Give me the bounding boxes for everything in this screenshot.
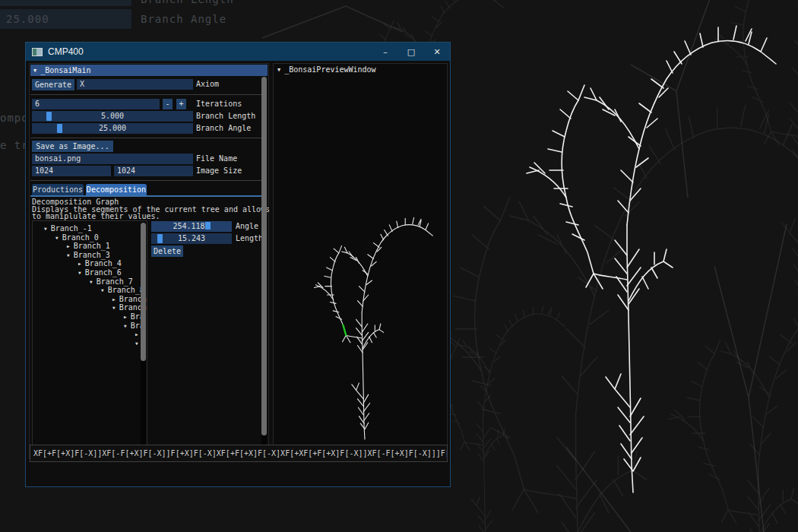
- tree-node[interactable]: ▼Branch_8: [101, 286, 144, 295]
- tree-expand-arrow-icon[interactable]: ▼: [101, 286, 104, 295]
- tree-scrollbar-grab[interactable]: [141, 223, 146, 361]
- angle-label: Angle: [236, 221, 258, 232]
- separator: [30, 180, 263, 181]
- tree-node-label: Branch_7: [97, 277, 133, 286]
- selected-branch-highlight[interactable]: [344, 325, 347, 335]
- large-bonsai-tree: [527, 26, 776, 492]
- separator: [30, 138, 263, 138]
- tree-node-label: Branch_8: [108, 286, 144, 294]
- text-cursor: [205, 222, 211, 230]
- bonsai-preview-panel: ▼_BonsaiPreviewWindow: [273, 63, 448, 459]
- tree-collapse-arrow-icon[interactable]: ▶: [124, 312, 127, 321]
- collapse-arrow-icon: ▼: [33, 65, 36, 77]
- close-button[interactable]: ✕: [424, 43, 450, 61]
- tree-expand-arrow-icon[interactable]: ▼: [55, 233, 59, 242]
- generate-button[interactable]: Generate: [32, 79, 74, 90]
- dim-bg-label-branch-angle: Branch Angle: [141, 13, 226, 25]
- length-slider[interactable]: 15.243: [151, 233, 232, 244]
- tree-node-label: Branch_0: [62, 233, 99, 242]
- tree-expand-arrow-icon[interactable]: ▼: [78, 268, 81, 277]
- iterations-input[interactable]: 6: [32, 99, 160, 109]
- tree-collapse-arrow-icon[interactable]: ▶: [67, 242, 70, 251]
- lsystem-string-bar[interactable]: XF[+F[+X]F[-X]]XF[-F[+X]F[-X]]F[+X]F[-X]…: [30, 445, 448, 462]
- angle-value: 254.118: [173, 222, 204, 230]
- tree-expand-arrow-icon[interactable]: ▼: [124, 321, 127, 331]
- image-size-label: Image Size: [196, 166, 242, 176]
- tree-collapse-arrow-icon[interactable]: ▶: [112, 295, 116, 304]
- iterations-decrement-button[interactable]: -: [163, 99, 173, 109]
- tree-expand-arrow-icon[interactable]: ▼: [112, 303, 116, 312]
- tree-node-label: Branch_4: [85, 259, 122, 268]
- branch-tree-view[interactable]: ▼Branch_-1▼Branch_0▶Branch_1▼Branch_3▶Br…: [32, 220, 147, 458]
- window-title: CMP400: [48, 46, 84, 57]
- branch-length-value: 5.000: [101, 112, 124, 120]
- axiom-label: Axiom: [196, 79, 219, 90]
- branch-angle-label: Branch Angle: [196, 123, 251, 134]
- maximize-button[interactable]: □: [398, 43, 424, 61]
- preview-tree-canvas[interactable]: [274, 64, 447, 458]
- tree-expand-arrow-icon[interactable]: ▼: [90, 277, 93, 287]
- file-name-label: File Name: [196, 154, 237, 164]
- axiom-input[interactable]: X: [77, 79, 193, 90]
- tab-productions[interactable]: Productions: [32, 184, 84, 195]
- tree-node-label: Branch_-1: [51, 224, 92, 233]
- delete-branch-button[interactable]: Delete: [151, 245, 183, 257]
- tree-scrollbar[interactable]: [141, 222, 146, 456]
- tree-collapse-arrow-icon[interactable]: ▶: [78, 259, 81, 268]
- description-line-3: to maniplulate their values.: [32, 213, 297, 220]
- branch-angle-slider-grab[interactable]: [57, 124, 62, 133]
- bonsai-main-header[interactable]: ▼_BonsaiMain: [30, 65, 268, 76]
- tab-decomposition[interactable]: Decomposition: [86, 184, 147, 195]
- main-panel-scrollbar[interactable]: [261, 77, 267, 451]
- tree-node-label: Branch_3: [74, 251, 110, 259]
- file-name-input[interactable]: bonsai.png: [32, 154, 193, 164]
- branch-length-slider-grab[interactable]: [46, 112, 52, 121]
- tree-node[interactable]: ▼Branch_7: [90, 277, 133, 287]
- dim-bg-angle-value: 25.000: [6, 13, 49, 25]
- app-window: CMP400 – □ ✕ ▼_BonsaiMain Generate X Axi…: [25, 42, 451, 487]
- length-slider-grab[interactable]: [157, 234, 163, 243]
- branch-length-slider[interactable]: 5.000: [32, 111, 193, 122]
- branch-angle-value: 25.000: [99, 124, 126, 132]
- length-value: 15.243: [178, 234, 205, 242]
- dim-bg-label-branch-length: Branch Length: [141, 0, 234, 5]
- tree-expand-arrow-icon[interactable]: ▼: [44, 224, 47, 233]
- tree-expand-arrow-icon[interactable]: ▼: [135, 339, 138, 348]
- window-titlebar[interactable]: CMP400 – □ ✕: [26, 43, 450, 61]
- tree-node[interactable]: ▼Branch_3: [67, 251, 110, 260]
- tab-underline: [30, 195, 263, 197]
- save-as-image-button[interactable]: Save as Image...: [32, 141, 113, 152]
- branch-length-label: Branch Length: [196, 111, 255, 122]
- iterations-increment-button[interactable]: +: [176, 99, 186, 109]
- tree-node[interactable]: ▼Branch_-1: [44, 224, 92, 233]
- bonsai-main-header-label: _BonsaiMain: [40, 66, 90, 74]
- iterations-label: Iterations: [196, 99, 242, 109]
- minimize-button[interactable]: –: [372, 43, 398, 61]
- tree-node[interactable]: ▶Branch_1: [67, 242, 110, 251]
- tree-node[interactable]: ▼Branch_6: [78, 268, 122, 277]
- dim-bg-angle-field: 25.000: [0, 9, 131, 29]
- image-width-input[interactable]: 1024: [32, 166, 111, 176]
- angle-input[interactable]: 254.118: [151, 221, 232, 232]
- main-panel-scrollbar-grab[interactable]: [261, 77, 267, 435]
- tree-node-label: Branch_6: [85, 268, 122, 277]
- length-label: Length: [236, 233, 263, 244]
- branch-angle-slider[interactable]: 25.000: [32, 123, 193, 134]
- separator: [30, 94, 263, 95]
- decomposition-description: Decomposition Graph Displays the segment…: [32, 198, 297, 220]
- tree-node[interactable]: ▶Branch_4: [78, 259, 122, 268]
- tree-collapse-arrow-icon[interactable]: ▶: [135, 330, 138, 339]
- tree-node[interactable]: ▼Branch_0: [55, 233, 99, 242]
- tree-node-label: Branch_1: [74, 242, 110, 250]
- app-icon: [32, 48, 43, 56]
- image-height-input[interactable]: 1024: [114, 166, 193, 176]
- dim-bg-slider: [0, 0, 131, 6]
- bonsai-main-panel: ▼_BonsaiMain Generate X Axiom 6 - + Iter…: [29, 63, 269, 459]
- tree-expand-arrow-icon[interactable]: ▼: [67, 251, 70, 260]
